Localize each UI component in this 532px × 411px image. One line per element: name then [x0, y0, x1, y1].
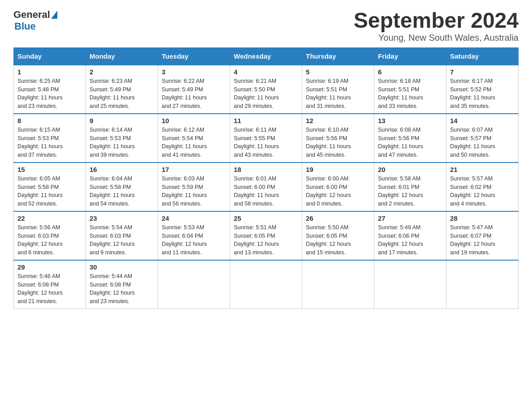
calendar-day-cell: 9Sunrise: 6:14 AMSunset: 5:53 PMDaylight…: [86, 114, 158, 163]
day-number: 14: [450, 117, 515, 124]
day-info: Sunrise: 6:17 AMSunset: 5:52 PMDaylight:…: [450, 78, 495, 109]
day-info: Sunrise: 6:08 AMSunset: 5:56 PMDaylight:…: [378, 127, 423, 158]
day-number: 17: [162, 166, 226, 173]
day-number: 25: [234, 214, 298, 222]
day-number: 18: [234, 166, 298, 173]
calendar-week-row: 22Sunrise: 5:56 AMSunset: 6:03 PMDayligh…: [14, 211, 519, 260]
day-number: 21: [450, 166, 515, 173]
calendar-day-cell: 6Sunrise: 6:18 AMSunset: 5:51 PMDaylight…: [374, 65, 446, 114]
calendar-day-cell: 11Sunrise: 6:11 AMSunset: 5:55 PMDayligh…: [230, 114, 302, 163]
day-of-week-header: Saturday: [446, 47, 519, 65]
day-number: 20: [378, 166, 442, 173]
day-number: 9: [90, 117, 154, 124]
logo: General Blue: [13, 9, 57, 32]
calendar-day-cell: 4Sunrise: 6:21 AMSunset: 5:50 PMDaylight…: [230, 65, 302, 114]
day-number: 13: [378, 117, 442, 124]
calendar-week-row: 8Sunrise: 6:15 AMSunset: 5:53 PMDaylight…: [14, 114, 519, 163]
day-of-week-header: Friday: [374, 47, 446, 65]
day-info: Sunrise: 6:22 AMSunset: 5:49 PMDaylight:…: [162, 78, 207, 109]
day-info: Sunrise: 6:10 AMSunset: 5:56 PMDaylight:…: [306, 127, 351, 158]
day-info: Sunrise: 5:58 AMSunset: 6:01 PMDaylight:…: [378, 176, 423, 207]
calendar-week-row: 15Sunrise: 6:05 AMSunset: 5:58 PMDayligh…: [14, 163, 519, 211]
day-number: 1: [17, 68, 82, 76]
calendar-day-cell: [230, 260, 302, 309]
day-number: 2: [90, 68, 154, 76]
day-info: Sunrise: 6:21 AMSunset: 5:50 PMDaylight:…: [234, 78, 279, 109]
title-block: September 2024 Young, New South Wales, A…: [354, 9, 519, 43]
day-number: 26: [306, 214, 370, 222]
calendar-table: SundayMondayTuesdayWednesdayThursdayFrid…: [13, 47, 519, 309]
calendar-day-cell: 13Sunrise: 6:08 AMSunset: 5:56 PMDayligh…: [374, 114, 446, 163]
calendar-day-cell: 23Sunrise: 5:54 AMSunset: 6:03 PMDayligh…: [86, 211, 158, 260]
day-number: 11: [234, 117, 298, 124]
calendar-day-cell: 21Sunrise: 5:57 AMSunset: 6:02 PMDayligh…: [446, 163, 519, 211]
calendar-header-row: SundayMondayTuesdayWednesdayThursdayFrid…: [14, 47, 519, 65]
day-number: 8: [17, 117, 82, 124]
day-number: 6: [378, 68, 442, 76]
calendar-day-cell: 10Sunrise: 6:12 AMSunset: 5:54 PMDayligh…: [158, 114, 230, 163]
day-of-week-header: Wednesday: [230, 47, 302, 65]
day-info: Sunrise: 5:57 AMSunset: 6:02 PMDaylight:…: [450, 176, 495, 207]
day-info: Sunrise: 5:54 AMSunset: 6:03 PMDaylight:…: [90, 224, 135, 256]
day-of-week-header: Monday: [86, 47, 158, 65]
calendar-week-row: 1Sunrise: 6:25 AMSunset: 5:48 PMDaylight…: [14, 65, 519, 114]
calendar-day-cell: 12Sunrise: 6:10 AMSunset: 5:56 PMDayligh…: [302, 114, 374, 163]
calendar-day-cell: 19Sunrise: 6:00 AMSunset: 6:00 PMDayligh…: [302, 163, 374, 211]
logo-general-text: General: [13, 9, 50, 21]
day-number: 29: [17, 263, 82, 271]
calendar-day-cell: 8Sunrise: 6:15 AMSunset: 5:53 PMDaylight…: [14, 114, 86, 163]
day-of-week-header: Thursday: [302, 47, 374, 65]
calendar-day-cell: 30Sunrise: 5:44 AMSunset: 6:08 PMDayligh…: [86, 260, 158, 309]
page-header: General Blue September 2024 Young, New S…: [13, 9, 519, 43]
calendar-day-cell: 24Sunrise: 5:53 AMSunset: 6:04 PMDayligh…: [158, 211, 230, 260]
day-info: Sunrise: 5:50 AMSunset: 6:05 PMDaylight:…: [306, 224, 351, 256]
day-info: Sunrise: 6:03 AMSunset: 5:59 PMDaylight:…: [162, 176, 207, 207]
calendar-day-cell: 15Sunrise: 6:05 AMSunset: 5:58 PMDayligh…: [14, 163, 86, 211]
day-number: 30: [90, 263, 154, 271]
day-info: Sunrise: 5:46 AMSunset: 6:08 PMDaylight:…: [17, 273, 63, 304]
calendar-day-cell: 1Sunrise: 6:25 AMSunset: 5:48 PMDaylight…: [14, 65, 86, 114]
day-number: 5: [306, 68, 370, 76]
calendar-day-cell: 7Sunrise: 6:17 AMSunset: 5:52 PMDaylight…: [446, 65, 519, 114]
day-number: 19: [306, 166, 370, 173]
calendar-day-cell: 20Sunrise: 5:58 AMSunset: 6:01 PMDayligh…: [374, 163, 446, 211]
calendar-day-cell: 18Sunrise: 6:01 AMSunset: 6:00 PMDayligh…: [230, 163, 302, 211]
day-number: 15: [17, 166, 82, 173]
day-number: 7: [450, 68, 515, 76]
calendar-day-cell: [302, 260, 374, 309]
calendar-day-cell: 22Sunrise: 5:56 AMSunset: 6:03 PMDayligh…: [14, 211, 86, 260]
day-number: 4: [234, 68, 298, 76]
day-of-week-header: Tuesday: [158, 47, 230, 65]
calendar-day-cell: 5Sunrise: 6:19 AMSunset: 5:51 PMDaylight…: [302, 65, 374, 114]
day-number: 28: [450, 214, 515, 222]
day-number: 27: [378, 214, 442, 222]
day-info: Sunrise: 6:05 AMSunset: 5:58 PMDaylight:…: [17, 176, 63, 207]
day-number: 22: [17, 214, 82, 222]
day-number: 23: [90, 214, 154, 222]
day-info: Sunrise: 5:56 AMSunset: 6:03 PMDaylight:…: [17, 224, 63, 256]
day-number: 3: [162, 68, 226, 76]
calendar-day-cell: 28Sunrise: 5:47 AMSunset: 6:07 PMDayligh…: [446, 211, 519, 260]
day-info: Sunrise: 5:47 AMSunset: 6:07 PMDaylight:…: [450, 224, 495, 256]
day-number: 12: [306, 117, 370, 124]
calendar-day-cell: 3Sunrise: 6:22 AMSunset: 5:49 PMDaylight…: [158, 65, 230, 114]
day-info: Sunrise: 5:49 AMSunset: 6:06 PMDaylight:…: [378, 224, 423, 256]
calendar-subtitle: Young, New South Wales, Australia: [354, 33, 519, 43]
day-of-week-header: Sunday: [14, 47, 86, 65]
calendar-day-cell: 27Sunrise: 5:49 AMSunset: 6:06 PMDayligh…: [374, 211, 446, 260]
day-number: 10: [162, 117, 226, 124]
day-number: 24: [162, 214, 226, 222]
day-info: Sunrise: 6:04 AMSunset: 5:58 PMDaylight:…: [90, 176, 135, 207]
day-info: Sunrise: 6:25 AMSunset: 5:48 PMDaylight:…: [17, 78, 63, 109]
calendar-day-cell: 25Sunrise: 5:51 AMSunset: 6:05 PMDayligh…: [230, 211, 302, 260]
logo-triangle-icon: [51, 11, 57, 19]
calendar-day-cell: [158, 260, 230, 309]
day-info: Sunrise: 6:18 AMSunset: 5:51 PMDaylight:…: [378, 78, 423, 109]
calendar-week-row: 29Sunrise: 5:46 AMSunset: 6:08 PMDayligh…: [14, 260, 519, 309]
day-info: Sunrise: 6:12 AMSunset: 5:54 PMDaylight:…: [162, 127, 207, 158]
day-info: Sunrise: 6:11 AMSunset: 5:55 PMDaylight:…: [234, 127, 279, 158]
calendar-day-cell: 14Sunrise: 6:07 AMSunset: 5:57 PMDayligh…: [446, 114, 519, 163]
logo-blue-text: Blue: [14, 21, 36, 32]
day-info: Sunrise: 6:00 AMSunset: 6:00 PMDaylight:…: [306, 176, 351, 207]
day-info: Sunrise: 5:44 AMSunset: 6:08 PMDaylight:…: [90, 273, 135, 304]
